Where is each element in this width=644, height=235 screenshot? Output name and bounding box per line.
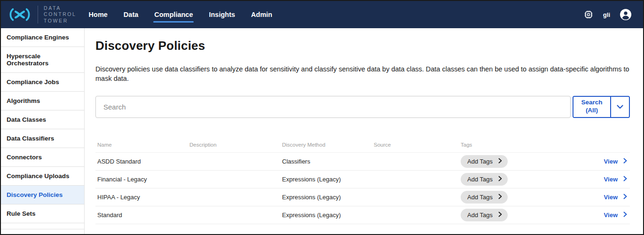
- user-avatar[interactable]: [620, 8, 632, 21]
- add-tags-button[interactable]: Add Tags: [461, 173, 508, 186]
- view-link[interactable]: View: [604, 212, 627, 219]
- brand-name: DATA CONTROL TOWER: [44, 5, 77, 24]
- sidebar-item-compliance-jobs[interactable]: Compliance Jobs: [1, 73, 84, 92]
- cell-name: HIPAA - Legacy: [97, 194, 189, 201]
- chevron-right-icon: [498, 212, 502, 219]
- view-link[interactable]: View: [604, 194, 627, 201]
- cell-tags: Add Tags: [461, 191, 587, 204]
- cell-name: ASDD Standard: [97, 158, 189, 165]
- primary-nav: Home Data Compliance Insights Admin: [89, 1, 273, 28]
- chevron-right-icon: [623, 176, 627, 183]
- sidebar-item-discovery-policies[interactable]: Discovery Policies: [1, 186, 84, 204]
- cell-discovery-method: Classifiers: [282, 158, 374, 165]
- topbar-right: gli: [583, 8, 632, 21]
- column-header: Description: [189, 142, 282, 148]
- sidebar-item-compliance-uploads[interactable]: Compliance Uploads: [1, 167, 84, 186]
- cell-tags: Add Tags: [461, 155, 587, 168]
- cell-view: View: [587, 176, 630, 183]
- column-header: Source: [374, 142, 461, 148]
- page-title: Discovery Policies: [95, 39, 630, 53]
- dct-logo-icon: [8, 7, 32, 22]
- sidebar: Compliance Engines Hyperscale Orchestrat…: [1, 28, 85, 234]
- table-row: Financial - Legacy Expressions (Legacy) …: [95, 171, 630, 188]
- table-row: ASDD Standard Classifiers Add Tags View: [95, 153, 630, 171]
- sidebar-item-rule-sets[interactable]: Rule Sets: [1, 204, 84, 223]
- view-link[interactable]: View: [604, 176, 627, 183]
- cell-name: Standard: [97, 212, 189, 219]
- top-navbar: DATA CONTROL TOWER Home Data Compliance …: [1, 1, 643, 28]
- cell-discovery-method: Expressions (Legacy): [282, 212, 374, 219]
- sidebar-item-data-classes[interactable]: Data Classes: [1, 110, 84, 129]
- sidebar-item-algorithms[interactable]: Algorithms: [1, 92, 84, 110]
- api-chip-icon[interactable]: [583, 9, 594, 20]
- cell-tags: Add Tags: [461, 173, 587, 186]
- table-row: HIPAA - Legacy Expressions (Legacy) Add …: [95, 188, 630, 206]
- nav-item-insights[interactable]: Insights: [209, 1, 235, 28]
- nav-item-home[interactable]: Home: [89, 1, 108, 28]
- sidebar-item-compliance-engines[interactable]: Compliance Engines: [1, 28, 84, 47]
- page-description: Discovery policies use data classifiers …: [95, 64, 630, 84]
- table-row: Standard Expressions (Legacy) Add Tags V…: [95, 206, 630, 224]
- nav-item-admin[interactable]: Admin: [251, 1, 272, 28]
- sidebar-item-hyperscale-orchestrators[interactable]: Hyperscale Orchestrators: [1, 47, 84, 73]
- cell-tags: Add Tags: [461, 209, 587, 221]
- sidebar-bottom-divider: [1, 229, 84, 234]
- nav-item-data[interactable]: Data: [124, 1, 138, 28]
- search-scope-dropdown[interactable]: [611, 97, 629, 117]
- table-header-row: Name Description Discovery Method Source…: [95, 138, 630, 153]
- chevron-right-icon: [498, 176, 502, 183]
- add-tags-button[interactable]: Add Tags: [461, 209, 508, 221]
- cell-discovery-method: Expressions (Legacy): [282, 176, 374, 183]
- cell-view: View: [587, 212, 630, 219]
- nav-item-compliance[interactable]: Compliance: [154, 1, 193, 28]
- cell-view: View: [587, 194, 630, 201]
- add-tags-button[interactable]: Add Tags: [461, 155, 508, 168]
- column-header: Tags: [461, 142, 587, 148]
- search-all-button[interactable]: Search (All): [573, 97, 611, 117]
- column-header: Name: [97, 142, 189, 148]
- search-bar: Search (All): [95, 96, 630, 118]
- username: gli: [603, 11, 610, 18]
- brand: DATA CONTROL TOWER: [8, 5, 77, 24]
- policies-table: Name Description Discovery Method Source…: [95, 138, 630, 224]
- sidebar-item-connectors[interactable]: Connectors: [1, 148, 84, 167]
- chevron-right-icon: [498, 194, 502, 201]
- cell-name: Financial - Legacy: [97, 176, 189, 183]
- chevron-down-icon: [617, 103, 623, 110]
- column-header: Discovery Method: [282, 142, 374, 148]
- cell-view: View: [587, 158, 630, 165]
- add-tags-button[interactable]: Add Tags: [461, 191, 508, 204]
- chevron-right-icon: [498, 158, 502, 165]
- view-link[interactable]: View: [604, 158, 627, 165]
- table-body: ASDD Standard Classifiers Add Tags View …: [95, 153, 630, 224]
- search-input[interactable]: [95, 96, 571, 118]
- chevron-right-icon: [623, 158, 627, 165]
- app-window: DATA CONTROL TOWER Home Data Compliance …: [0, 0, 644, 235]
- sidebar-item-data-classifiers[interactable]: Data Classifiers: [1, 129, 84, 148]
- main-content: Discovery Policies Discovery policies us…: [85, 28, 643, 234]
- cell-discovery-method: Expressions (Legacy): [282, 194, 374, 201]
- search-button-group: Search (All): [573, 96, 630, 118]
- chevron-right-icon: [623, 194, 627, 201]
- brand-divider: [38, 6, 38, 24]
- sidebar-spacer: [1, 223, 84, 229]
- chevron-right-icon: [623, 212, 627, 219]
